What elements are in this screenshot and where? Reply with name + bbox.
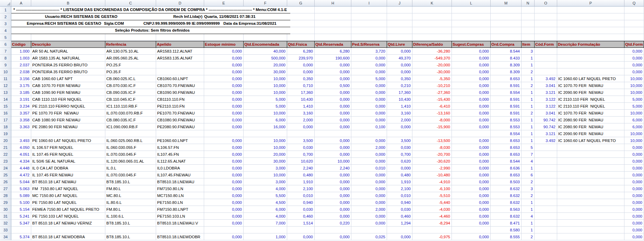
cell-G32[interactable]: 1,514 xyxy=(287,220,315,227)
cell-P15[interactable]: IC 2110.110 FER NIQUEL xyxy=(557,103,624,110)
column-header-C[interactable]: C xyxy=(105,0,156,6)
cell-L17[interactable]: 0,000 xyxy=(452,117,491,123)
cell-B34[interactable]: BT 8510.18 LAT NEWDOBRA xyxy=(31,233,105,240)
cell-J15[interactable]: 1,410 xyxy=(387,103,412,110)
row-header-25[interactable]: 25 xyxy=(0,172,11,178)
cell-I14[interactable]: 0,000 xyxy=(351,96,387,103)
cell-M27[interactable]: 8.632 xyxy=(491,185,522,192)
cell-F12[interactable]: 10,000 xyxy=(244,82,287,89)
cell-N8[interactable]: 1 xyxy=(522,55,535,62)
row-header-1[interactable]: 1 xyxy=(0,7,11,13)
cell-C33[interactable] xyxy=(105,227,156,233)
column-header-N[interactable]: N xyxy=(522,0,535,6)
cell-K28[interactable]: -5,510 xyxy=(412,192,452,199)
grid-cell[interactable] xyxy=(624,20,644,27)
cell-K24[interactable]: -2,990 xyxy=(412,165,452,172)
cell-N33[interactable]: 1 xyxy=(522,227,535,233)
cell-L11[interactable]: 0,000 xyxy=(452,75,491,82)
grid-cell[interactable] xyxy=(412,7,452,13)
cell-O8[interactable] xyxy=(535,55,557,62)
cell-G31[interactable]: 0,460 xyxy=(287,213,315,220)
cell-E16[interactable]: 0,000 xyxy=(204,110,244,117)
cell-L25[interactable]: 0,000 xyxy=(452,172,491,178)
cell-P18[interactable]: IC 2080.90 FER NEWAU xyxy=(557,123,624,130)
cell-E8[interactable]: 0,000 xyxy=(204,55,244,62)
cell-L28[interactable]: 0,000 xyxy=(452,192,491,199)
cell-J17[interactable]: 2,000 xyxy=(387,117,412,123)
cell-M15[interactable]: 8.591 xyxy=(491,103,522,110)
cell-J16[interactable]: 3,160 xyxy=(387,110,412,117)
cell-B24[interactable]: IL 0 CA LAT DOBRA xyxy=(31,165,105,172)
cell-P27[interactable] xyxy=(557,185,624,192)
cell-A10[interactable]: 2.038 xyxy=(11,68,31,75)
cell-M28[interactable]: 8.632 xyxy=(491,192,522,199)
cell-Q19[interactable]: 10,000 xyxy=(624,130,644,137)
row-header-7[interactable]: 7 xyxy=(0,48,11,55)
grid-cell[interactable] xyxy=(522,7,535,13)
cell-P13[interactable]: IC 2090.90 FER NEWAU xyxy=(557,89,624,96)
cell-D17[interactable]: CB1080.90.FNEWAU xyxy=(156,117,204,123)
column-header-L[interactable]: L xyxy=(452,0,491,6)
cell-E31[interactable]: 0,000 xyxy=(204,213,244,220)
cell-N23[interactable]: 4 xyxy=(522,158,535,165)
column-header-B[interactable]: B xyxy=(31,0,105,6)
cell-H28[interactable]: 0,000 xyxy=(315,192,351,199)
cell-M14[interactable]: 8.591 xyxy=(491,96,522,103)
cell-K10[interactable]: -30,000 xyxy=(412,68,452,75)
cell-J21[interactable]: 0,030 xyxy=(387,144,412,151)
cell-D20[interactable]: PE1060.60.LNPT xyxy=(156,137,204,144)
cell-G34[interactable]: 0,000 xyxy=(287,233,315,240)
cell-L8[interactable]: 0,000 xyxy=(452,55,491,62)
column-title-J[interactable]: Qtd.Livre xyxy=(387,41,412,48)
cell-B28[interactable]: MC 7150.80 LAT NIQUEL xyxy=(31,192,105,199)
row-header-4[interactable]: 4 xyxy=(0,27,11,34)
cell-C30[interactable]: FM.80.L xyxy=(105,206,156,213)
cell-C12[interactable]: CB.070.030.IC.F xyxy=(105,82,156,89)
cell-A8[interactable]: 1.003 xyxy=(11,55,31,62)
cell-N12[interactable]: 2 xyxy=(522,82,535,89)
cell-F23[interactable]: 30,000 xyxy=(244,158,287,165)
cell-C9[interactable]: PO.25.F xyxy=(105,62,156,68)
row-header-33[interactable]: 33 xyxy=(0,227,11,233)
cell-Q24[interactable]: 0,000 xyxy=(624,165,644,172)
cell-L15[interactable]: 0,000 xyxy=(452,103,491,110)
grid-cell[interactable] xyxy=(412,20,452,27)
cell-N9[interactable]: 1 xyxy=(522,62,535,68)
cell-N27[interactable]: 3 xyxy=(522,185,535,192)
cell-I22[interactable]: 0,000 xyxy=(351,151,387,158)
cell-Q14[interactable]: 5,000 xyxy=(624,96,644,103)
grid-cell[interactable] xyxy=(290,7,315,13)
column-title-M[interactable]: Ord.Compra xyxy=(491,41,522,48)
column-header-Q[interactable]: Q xyxy=(624,0,644,6)
cell-N11[interactable]: 1 xyxy=(522,75,535,82)
grid-cell[interactable] xyxy=(315,27,351,34)
row-header-30[interactable]: 30 xyxy=(0,206,11,213)
column-title-I[interactable]: Ped.S/Reserva xyxy=(351,41,387,48)
cell-F34[interactable]: 1,000 xyxy=(244,233,287,240)
cell-F11[interactable]: 10,000 xyxy=(244,75,287,82)
cell-L16[interactable]: 0,000 xyxy=(452,110,491,117)
cell-A20[interactable]: 3.493 xyxy=(11,137,31,144)
cell-J26[interactable]: 1,910 xyxy=(387,178,412,185)
cell-B12[interactable]: CAB 1070.70 FER NEWAU xyxy=(31,82,105,89)
cell-E19[interactable] xyxy=(204,130,244,137)
cell-C16[interactable]: IL.070.030.070.RB.F xyxy=(105,110,156,117)
cell-E11[interactable]: 0,000 xyxy=(204,75,244,82)
cell-F32[interactable]: 7,000 xyxy=(244,220,287,227)
cell-F26[interactable]: 3,000 xyxy=(244,178,287,185)
cell-D29[interactable]: PE7150.80.LN xyxy=(156,199,204,206)
cell-O30[interactable] xyxy=(535,206,557,213)
column-title-P[interactable]: Descrição Formulação xyxy=(557,41,624,48)
cell-O33[interactable] xyxy=(535,227,557,233)
grid-cell[interactable] xyxy=(387,34,412,41)
row-header-19[interactable]: 19 xyxy=(0,130,11,137)
cell-N29[interactable]: 1 xyxy=(522,199,535,206)
row-header-3[interactable]: 3 xyxy=(0,20,11,27)
cell-G11[interactable]: 0,350 xyxy=(287,75,315,82)
cell-L29[interactable]: 0,000 xyxy=(452,199,491,206)
cell-M17[interactable]: 8.553 xyxy=(491,117,522,123)
row-header-15[interactable]: 15 xyxy=(0,103,11,110)
grid-cell[interactable] xyxy=(452,34,491,41)
cell-Q25[interactable]: 0,000 xyxy=(624,172,644,178)
cell-E24[interactable]: 0,000 xyxy=(204,165,244,172)
